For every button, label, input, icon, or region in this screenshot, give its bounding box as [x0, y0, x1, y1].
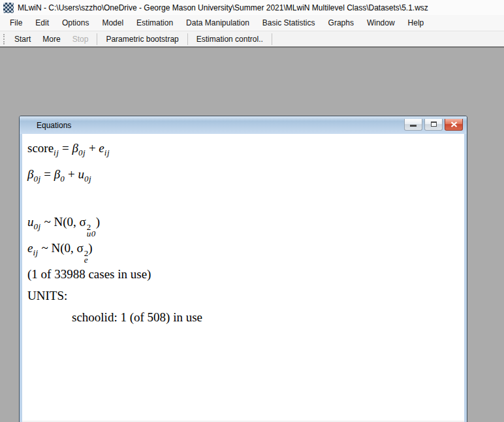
equation-line: scoreij = β0j + eij [27, 137, 464, 163]
mlwin-icon [3, 3, 14, 13]
workspace: Equations scoreij = [0, 48, 504, 422]
toolbar-separator [272, 33, 272, 45]
menu-item-model[interactable]: Model [95, 16, 130, 30]
equation-segment: (1 of 33988 cases in use) [27, 267, 151, 281]
equation-segment: ~ N(0, σ [41, 215, 86, 229]
screen: { "window": { "title": "MLwiN - C:\\User… [0, 0, 504, 422]
toolbar-button-stop: Stop [67, 32, 95, 46]
equation-segment: ) [96, 215, 100, 229]
menu-item-graphs[interactable]: Graphs [322, 16, 360, 30]
window-controls [404, 119, 463, 131]
equation-segment: ) [88, 241, 92, 255]
equation-segment: UNITS: [27, 289, 67, 302]
toolbar-grip[interactable] [3, 34, 6, 44]
toolbar-button-estimation-control[interactable]: Estimation control.. [191, 32, 269, 46]
equation-segment: β [54, 167, 60, 181]
minimize-button[interactable] [404, 119, 422, 131]
menu-item-estimation[interactable]: Estimation [130, 16, 180, 30]
menu-item-data-manipulation[interactable]: Data Manipulation [180, 16, 256, 30]
equation-line: eij ~ N(0, σ2e) [27, 237, 464, 263]
equation-segment: + [86, 141, 99, 155]
toolbar-button-parametric-bootstrap[interactable]: Parametric bootstrap [100, 32, 184, 46]
app-title: MLwiN - C:\Users\szzho\OneDrive - George… [18, 3, 428, 12]
menu-item-file[interactable]: File [3, 16, 29, 30]
equations-title: Equations [37, 121, 71, 130]
equations-content: scoreij = β0j + eijβ0j = β0 + u0ju0j ~ N… [22, 134, 464, 421]
equation-line: β0j = β0 + u0j [27, 163, 464, 189]
toolbar-buttons: StartMoreStopParametric bootstrapEstimat… [8, 31, 275, 46]
equation-segment: 2u0 [87, 224, 96, 237]
equation-segment: = [41, 167, 54, 181]
equation-segment: + [65, 167, 78, 181]
toolbar-separator [97, 33, 97, 45]
equation-segment: 0j [33, 174, 40, 184]
main-toolbar: StartMoreStopParametric bootstrapEstimat… [0, 31, 504, 48]
equation-segment: 0j [34, 221, 41, 231]
equation-segment: u [78, 167, 85, 181]
restore-icon [431, 122, 437, 127]
equation-segment: u [27, 215, 34, 229]
app-titlebar[interactable]: MLwiN - C:\Users\szzho\OneDrive - George… [0, 0, 504, 15]
equation-line: UNITS: [27, 285, 464, 306]
menubar: FileEditOptionsModelEstimationData Manip… [0, 15, 504, 31]
equation-line: schoolid: 1 (of 508) in use [27, 306, 464, 328]
close-button[interactable] [445, 119, 463, 131]
toolbar-separator [187, 33, 188, 45]
menu-item-options[interactable]: Options [55, 16, 95, 30]
equation-segment: score [27, 141, 54, 155]
minimize-icon [410, 125, 417, 127]
toolbar-button-start[interactable]: Start [8, 32, 37, 46]
equation-segment: 0j [78, 148, 86, 157]
equation-line: u0j ~ N(0, σ2u0) [27, 211, 464, 237]
equation-segment: schoolid: 1 (of 508) in use [72, 310, 202, 324]
menu-item-basic-statistics[interactable]: Basic Statistics [256, 16, 322, 30]
equation-segment: e [99, 141, 104, 155]
equation-line: (1 of 33988 cases in use) [27, 263, 464, 285]
restore-button[interactable] [424, 119, 443, 131]
equation-segment: = [59, 141, 72, 155]
menu-item-help[interactable]: Help [402, 16, 431, 30]
equation-segment: ij [104, 148, 110, 157]
equations-window: Equations scoreij = [19, 116, 467, 422]
close-icon [450, 122, 458, 127]
equation-segment: ij [33, 248, 38, 257]
toolbar-button-more[interactable]: More [37, 32, 66, 46]
subscript: u0 [87, 231, 96, 237]
equation-segment: β [72, 141, 78, 155]
equation-line [27, 189, 464, 211]
equation-segment: 0j [84, 174, 91, 184]
subscript: e [84, 257, 88, 263]
menu-item-edit[interactable]: Edit [29, 16, 55, 30]
menu-item-window[interactable]: Window [360, 16, 402, 30]
equations-titlebar[interactable]: Equations [20, 116, 467, 134]
equation-segment: ~ N(0, σ [39, 241, 84, 255]
